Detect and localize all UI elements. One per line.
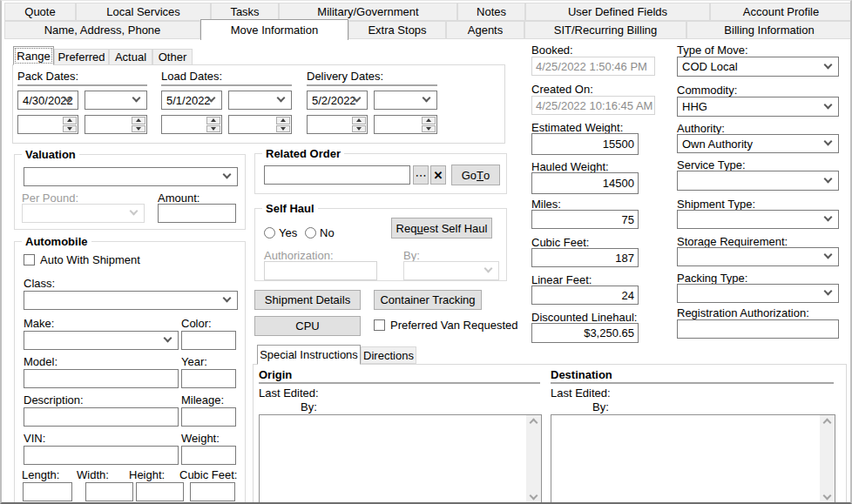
pack-dates-divider bbox=[17, 84, 147, 86]
cubic-feet-summary-input[interactable]: 187 bbox=[531, 248, 639, 267]
self-haul-yes-radio[interactable] bbox=[264, 227, 275, 239]
tab-move-information[interactable]: Move Information bbox=[200, 19, 348, 40]
description-input[interactable] bbox=[24, 407, 179, 427]
related-order-browse-button[interactable]: ⋯ bbox=[413, 165, 429, 185]
preferred-van-requested-checkbox[interactable] bbox=[374, 319, 385, 331]
subtab-actual[interactable]: Actual bbox=[109, 49, 152, 65]
spinner-down-icon[interactable] bbox=[132, 125, 145, 133]
mileage-input[interactable] bbox=[181, 407, 236, 427]
request-self-haul-button[interactable]: Request Self Haul bbox=[391, 218, 492, 239]
width-input[interactable] bbox=[85, 482, 133, 501]
spinner-up-icon[interactable] bbox=[276, 117, 290, 124]
tab-local-services[interactable]: Local Services bbox=[76, 3, 211, 21]
valuation-combo[interactable] bbox=[24, 167, 238, 186]
tab-quote[interactable]: Quote bbox=[4, 3, 76, 21]
spinner-up-icon[interactable] bbox=[352, 117, 366, 124]
move-information-window: Quote Local Services Tasks Military/Gove… bbox=[0, 0, 852, 504]
packing-type-combo[interactable] bbox=[677, 284, 839, 303]
tab-name-address-phone[interactable]: Name, Address, Phone bbox=[4, 21, 200, 39]
subtab-preferred[interactable]: Preferred bbox=[54, 49, 109, 65]
self-haul-no-radio[interactable] bbox=[305, 227, 316, 239]
pack-time-from-spinner[interactable] bbox=[17, 115, 78, 134]
cubic-feet-input[interactable] bbox=[190, 482, 235, 501]
go-to-button[interactable]: Go To bbox=[451, 165, 500, 185]
hauled-weight-input[interactable]: 14500 bbox=[531, 172, 639, 194]
tab-military-government[interactable]: Military/Government bbox=[279, 3, 457, 21]
related-order-clear-button[interactable]: ✕ bbox=[430, 165, 446, 185]
tab-agents[interactable]: Agents bbox=[446, 21, 524, 39]
tab-billing-information[interactable]: Billing Information bbox=[686, 21, 852, 39]
length-input[interactable] bbox=[23, 482, 72, 501]
cpu-button[interactable]: CPU bbox=[254, 316, 361, 336]
scroll-up-icon[interactable] bbox=[823, 419, 832, 427]
tab-sit-recurring-billing[interactable]: SIT/Recurring Billing bbox=[524, 21, 686, 39]
per-pound-combo bbox=[22, 204, 145, 223]
spinner-up-icon[interactable] bbox=[422, 117, 436, 124]
tab-directions[interactable]: Directions bbox=[361, 346, 416, 364]
spinner-up-icon[interactable] bbox=[206, 117, 220, 124]
destination-instructions-textarea[interactable] bbox=[551, 414, 835, 504]
load-time-from-spinner[interactable] bbox=[161, 115, 222, 134]
container-tracking-button[interactable]: Container Tracking bbox=[374, 290, 482, 310]
auto-with-shipment-checkbox[interactable] bbox=[24, 254, 35, 265]
load-date-to-combo[interactable] bbox=[228, 91, 292, 110]
type-of-move-combo[interactable]: COD Local bbox=[677, 57, 839, 77]
weight-input[interactable] bbox=[181, 446, 236, 465]
spinner-down-icon[interactable] bbox=[422, 125, 436, 133]
registration-authorization-input[interactable] bbox=[677, 319, 839, 339]
make-combo[interactable] bbox=[24, 331, 179, 350]
model-input[interactable] bbox=[24, 369, 179, 388]
tab-tasks[interactable]: Tasks bbox=[211, 3, 279, 21]
miles-input[interactable]: 75 bbox=[531, 210, 639, 229]
chevron-down-icon bbox=[423, 94, 431, 103]
pack-date-to-combo[interactable] bbox=[85, 91, 147, 110]
scrollbar[interactable] bbox=[820, 415, 835, 503]
spinner-up-icon[interactable] bbox=[63, 117, 77, 124]
storage-requirement-combo[interactable] bbox=[677, 247, 839, 266]
pack-date-from-combo[interactable]: 4/30/2022 bbox=[17, 91, 78, 110]
shipment-type-label: Shipment Type: bbox=[677, 198, 755, 211]
height-input[interactable] bbox=[136, 482, 184, 501]
delivery-time-from-spinner[interactable] bbox=[307, 115, 368, 134]
load-time-to-spinner[interactable] bbox=[228, 115, 292, 134]
estimated-weight-input[interactable]: 15500 bbox=[531, 133, 639, 155]
linear-feet-input[interactable]: 24 bbox=[531, 286, 639, 305]
subtab-range[interactable]: Range bbox=[13, 46, 54, 65]
scrollbar[interactable] bbox=[526, 415, 541, 503]
per-pound-label: Per Pound: bbox=[22, 192, 78, 205]
spinner-down-icon[interactable] bbox=[63, 125, 77, 133]
delivery-time-to-spinner[interactable] bbox=[374, 115, 437, 134]
commodity-combo[interactable]: HHG bbox=[677, 97, 839, 117]
pack-time-to-spinner[interactable] bbox=[85, 115, 147, 134]
color-input[interactable] bbox=[181, 331, 236, 350]
scroll-down-icon[interactable] bbox=[530, 492, 538, 501]
created-on-value: 4/25/2022 10:16:45 AM bbox=[531, 96, 655, 115]
origin-instructions-textarea[interactable] bbox=[259, 414, 542, 504]
scroll-down-icon[interactable] bbox=[823, 492, 832, 501]
tab-notes[interactable]: Notes bbox=[457, 3, 525, 21]
service-type-combo[interactable] bbox=[677, 171, 839, 191]
scroll-up-icon[interactable] bbox=[530, 419, 538, 427]
authority-label: Authority: bbox=[677, 122, 725, 135]
spinner-down-icon[interactable] bbox=[352, 125, 366, 133]
authority-combo[interactable]: Own Authority bbox=[677, 134, 839, 153]
tab-special-instructions[interactable]: Special Instructions bbox=[257, 345, 361, 365]
load-date-from-combo[interactable]: 5/1/2022 bbox=[161, 91, 222, 110]
discounted-linehaul-input[interactable]: $3,250.65 bbox=[531, 323, 639, 343]
year-input[interactable] bbox=[181, 369, 236, 388]
tab-extra-stops[interactable]: Extra Stops bbox=[348, 21, 446, 39]
amount-input[interactable] bbox=[158, 204, 236, 223]
class-combo[interactable] bbox=[24, 291, 238, 310]
tab-account-profile[interactable]: Account Profile bbox=[710, 3, 852, 21]
related-order-input[interactable] bbox=[264, 165, 410, 185]
spinner-down-icon[interactable] bbox=[206, 125, 220, 133]
vin-input[interactable] bbox=[24, 446, 179, 465]
shipment-details-button[interactable]: Shipment Details bbox=[254, 290, 361, 310]
subtab-other[interactable]: Other bbox=[152, 49, 193, 65]
delivery-date-to-combo[interactable] bbox=[374, 91, 437, 110]
shipment-type-combo[interactable] bbox=[677, 210, 839, 229]
delivery-date-from-combo[interactable]: 5/2/2022 bbox=[307, 91, 368, 110]
spinner-up-icon[interactable] bbox=[132, 117, 145, 124]
spinner-down-icon[interactable] bbox=[276, 125, 290, 133]
tab-user-defined-fields[interactable]: User Defined Fields bbox=[525, 3, 710, 21]
